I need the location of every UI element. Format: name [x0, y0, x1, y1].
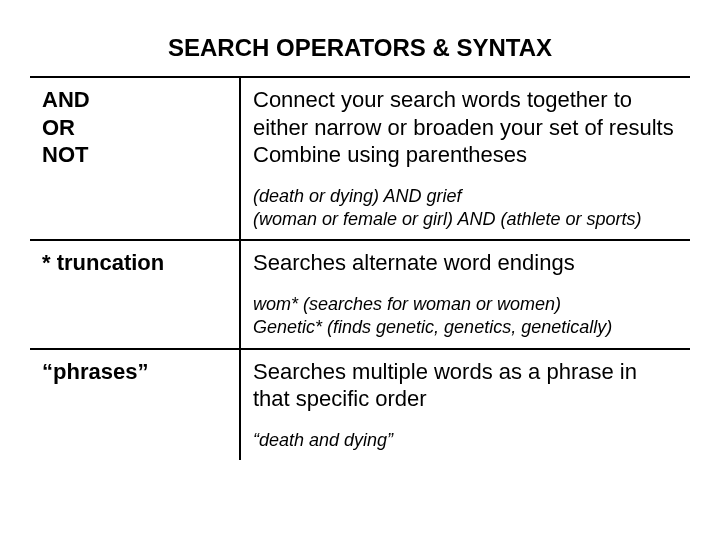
example-cell: wom* (searches for woman or women) Genet… [240, 285, 690, 349]
example-line: (woman or female or girl) AND (athlete o… [253, 208, 678, 231]
example-line: Genetic* (finds genetic, genetics, genet… [253, 316, 678, 339]
operator-line: “phrases” [42, 358, 227, 386]
example-cell: (death or dying) AND grief (woman or fem… [240, 177, 690, 241]
table-row: wom* (searches for woman or women) Genet… [30, 285, 690, 349]
description-cell: Connect your search words together to ei… [240, 77, 690, 177]
table-row: AND OR NOT Connect your search words tog… [30, 77, 690, 177]
table-row: “phrases” Searches multiple words as a p… [30, 349, 690, 421]
operator-cell: AND OR NOT [30, 77, 240, 177]
description-cell: Searches multiple words as a phrase in t… [240, 349, 690, 421]
operator-cell: * truncation [30, 240, 240, 285]
table-row: (death or dying) AND grief (woman or fem… [30, 177, 690, 241]
example-cell: “death and dying” [240, 421, 690, 460]
empty-cell [30, 285, 240, 349]
description-cell: Searches alternate word endings [240, 240, 690, 285]
page-title: SEARCH OPERATORS & SYNTAX [30, 34, 690, 62]
operator-line: OR [42, 114, 227, 142]
operators-table: AND OR NOT Connect your search words tog… [30, 76, 690, 460]
operator-cell: “phrases” [30, 349, 240, 421]
example-line: wom* (searches for woman or women) [253, 293, 678, 316]
operator-line: AND [42, 86, 227, 114]
table-row: “death and dying” [30, 421, 690, 460]
example-line: “death and dying” [253, 429, 678, 452]
example-line: (death or dying) AND grief [253, 185, 678, 208]
empty-cell [30, 421, 240, 460]
operator-line: * truncation [42, 249, 227, 277]
operator-line: NOT [42, 141, 227, 169]
table-row: * truncation Searches alternate word end… [30, 240, 690, 285]
empty-cell [30, 177, 240, 241]
